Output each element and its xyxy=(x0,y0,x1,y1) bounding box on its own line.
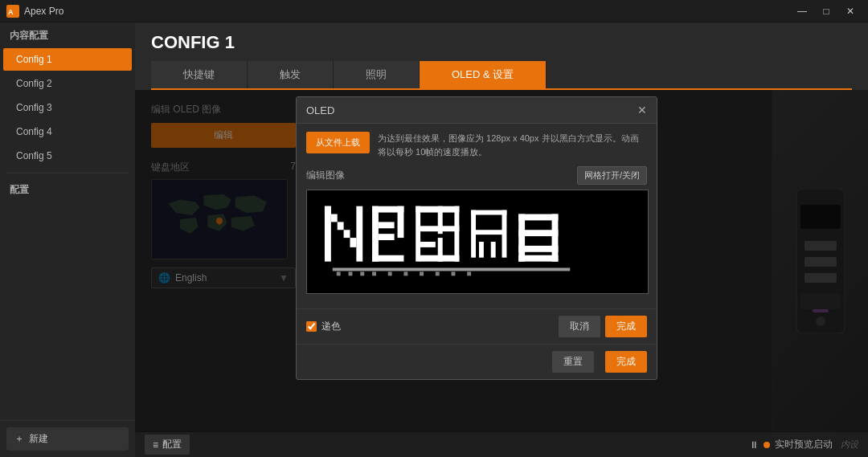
svg-rect-38 xyxy=(333,267,570,271)
svg-rect-31 xyxy=(491,242,496,258)
tab-bar: 快捷键 触发 照明 OLED & 设置 xyxy=(151,61,852,90)
cancel-button[interactable]: 取消 xyxy=(559,316,600,337)
svg-rect-25 xyxy=(420,255,459,262)
preview-indicator xyxy=(764,442,770,448)
preview-icon: ⏸ xyxy=(749,439,759,451)
tab-oled-settings[interactable]: OLED & 设置 xyxy=(420,61,547,88)
svg-rect-22 xyxy=(454,206,459,262)
svg-rect-46 xyxy=(436,271,440,275)
svg-rect-27 xyxy=(471,210,506,215)
editor-label: 编辑图像 xyxy=(306,169,345,182)
oled-canvas[interactable] xyxy=(306,190,649,294)
oled-modal: OLED ✕ 从文件上载 为达到最佳效果，图像应为 128px x 40px 并… xyxy=(296,96,657,380)
svg-text:A: A xyxy=(8,8,14,16)
sidebar-divider xyxy=(6,173,129,173)
svg-rect-37 xyxy=(552,214,559,262)
modal-editor-section: 编辑图像 网格打开/关闭 xyxy=(297,166,657,308)
sidebar-item-config4[interactable]: Config 4 xyxy=(3,120,132,143)
titlebar: A Apex Pro — □ ✕ xyxy=(0,0,868,22)
app-body: 内容配置 Config 1 Config 2 Config 3 Config 4… xyxy=(0,22,868,457)
svg-rect-16 xyxy=(379,234,395,240)
modal-bottom-buttons: 重置 完成 xyxy=(297,344,657,379)
svg-rect-7 xyxy=(331,214,338,222)
window-controls: — □ ✕ xyxy=(791,3,862,19)
svg-rect-23 xyxy=(420,242,436,247)
app-title: Apex Pro xyxy=(24,6,791,17)
svg-rect-18 xyxy=(416,206,420,262)
sidebar-item-config5[interactable]: Config 5 xyxy=(3,145,132,167)
minimize-button[interactable]: — xyxy=(791,3,813,19)
modal-header: OLED ✕ xyxy=(297,97,657,124)
content-area: 编辑 OLED 图像 编辑 键盘地区 7 xyxy=(135,90,868,431)
svg-rect-19 xyxy=(416,206,459,213)
svg-rect-43 xyxy=(388,271,392,275)
svg-rect-21 xyxy=(420,226,459,231)
grid-toggle-button[interactable]: 网格打开/关闭 xyxy=(577,166,647,185)
sidebar-section-content: 内容配置 xyxy=(0,22,135,47)
svg-rect-36 xyxy=(518,214,525,262)
status-right: 内设 xyxy=(841,439,858,451)
config-title: CONFIG 1 xyxy=(151,32,852,53)
svg-rect-9 xyxy=(344,230,350,238)
dither-checkbox[interactable] xyxy=(306,321,317,332)
svg-rect-39 xyxy=(337,271,341,275)
svg-rect-45 xyxy=(420,271,424,275)
config-header: CONFIG 1 快捷键 触发 照明 OLED & 设置 xyxy=(135,22,868,90)
editor-toolbar: 编辑图像 网格打开/关闭 xyxy=(306,166,647,185)
status-config-button[interactable]: ≡ 配置 xyxy=(145,435,190,455)
tab-shortcuts[interactable]: 快捷键 xyxy=(151,61,248,88)
svg-rect-6 xyxy=(325,206,331,216)
svg-rect-42 xyxy=(372,271,376,275)
modal-top-section: 从文件上载 为达到最佳效果，图像应为 128px x 40px 并以黑白方式显示… xyxy=(297,124,657,166)
modal-close-button[interactable]: ✕ xyxy=(637,104,647,116)
svg-rect-12 xyxy=(372,206,379,262)
modal-footer: 递色 取消 完成 xyxy=(297,308,657,344)
status-preview: ⏸ 实时预览启动 xyxy=(749,438,833,451)
sidebar-item-config2[interactable]: Config 2 xyxy=(3,72,132,95)
reset-button[interactable]: 重置 xyxy=(552,351,594,373)
preview-label: 实时预览启动 xyxy=(775,438,833,451)
tab-lighting[interactable]: 照明 xyxy=(334,61,420,88)
sidebar-item-config3[interactable]: Config 3 xyxy=(3,96,132,119)
tab-trigger[interactable]: 触发 xyxy=(248,61,334,88)
new-config-button[interactable]: ＋ 新建 xyxy=(6,427,129,451)
svg-rect-48 xyxy=(467,271,471,275)
svg-rect-17 xyxy=(372,255,403,262)
watermark-text: 内设 xyxy=(841,439,858,451)
dither-label: 递色 xyxy=(321,320,341,333)
svg-rect-10 xyxy=(350,238,356,247)
svg-rect-41 xyxy=(360,271,364,275)
from-file-button[interactable]: 从文件上载 xyxy=(306,132,370,153)
svg-rect-11 xyxy=(356,206,362,262)
done-button[interactable]: 完成 xyxy=(605,316,647,337)
menu-icon: ≡ xyxy=(153,439,158,451)
svg-rect-44 xyxy=(403,271,407,275)
svg-rect-47 xyxy=(452,271,456,275)
svg-rect-29 xyxy=(475,230,502,235)
finish-button[interactable]: 完成 xyxy=(605,351,647,373)
modal-hint-text: 为达到最佳效果，图像应为 128px x 40px 并以黑白方式显示。动画将以每… xyxy=(378,132,647,158)
close-button[interactable]: ✕ xyxy=(839,3,862,19)
sidebar-item-config1[interactable]: Config 1 xyxy=(3,48,132,71)
sidebar: 内容配置 Config 1 Config 2 Config 3 Config 4… xyxy=(0,22,135,457)
status-bar: ≡ 配置 ⏸ 实时预览启动 内设 xyxy=(135,431,868,457)
svg-rect-8 xyxy=(338,222,344,230)
app-logo: A xyxy=(6,5,19,18)
dither-option: 递色 xyxy=(306,320,559,333)
plus-icon: ＋ xyxy=(14,432,24,446)
sidebar-bottom: ＋ 新建 xyxy=(0,420,135,457)
svg-rect-30 xyxy=(479,242,484,258)
svg-rect-14 xyxy=(398,206,404,238)
svg-rect-15 xyxy=(379,222,395,228)
main-content: CONFIG 1 快捷键 触发 照明 OLED & 设置 编辑 OLED 图像 … xyxy=(135,22,868,457)
modal-title: OLED xyxy=(306,104,334,116)
sidebar-settings-label: 配置 xyxy=(0,178,135,202)
maximize-button[interactable]: □ xyxy=(815,3,837,19)
modal-overlay: OLED ✕ 从文件上载 为达到最佳效果，图像应为 128px x 40px 并… xyxy=(135,90,868,431)
svg-rect-40 xyxy=(349,271,353,275)
